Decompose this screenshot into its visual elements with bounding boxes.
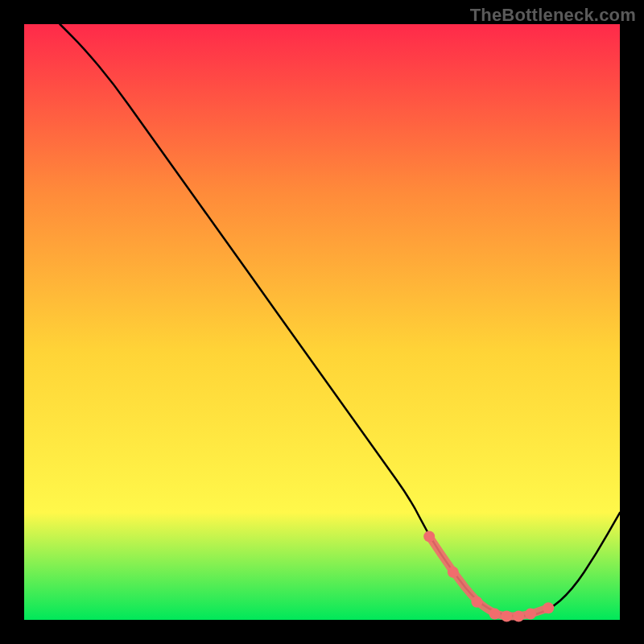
chart-svg xyxy=(0,0,644,644)
chart-container: TheBottleneck.com xyxy=(0,0,644,644)
attribution-text: TheBottleneck.com xyxy=(470,5,636,26)
plot-background xyxy=(24,24,620,620)
